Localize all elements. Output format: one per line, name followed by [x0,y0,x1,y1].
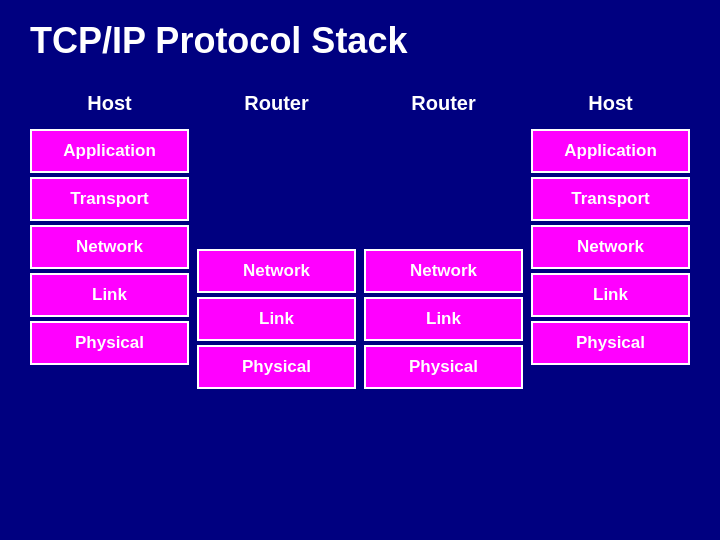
router-2-stack: Network Link Physical [364,129,523,389]
router-1-spacer [197,129,356,245]
column-router-2: Router Network Link Physical [364,92,523,389]
router-1-stack: Network Link Physical [197,129,356,389]
host-2-application: Application [531,129,690,173]
host-1-label: Host [87,92,131,115]
host-2-link: Link [531,273,690,317]
host-1-physical: Physical [30,321,189,365]
column-host-2: Host Application Transport Network Link … [531,92,690,365]
router-1-link: Link [197,297,356,341]
page-title: TCP/IP Protocol Stack [30,20,690,62]
page: TCP/IP Protocol Stack Host Application T… [0,0,720,540]
column-router-1: Router Network Link Physical [197,92,356,389]
column-host-1: Host Application Transport Network Link … [30,92,189,365]
router-2-label: Router [411,92,475,115]
host-2-network: Network [531,225,690,269]
router-1-label: Router [244,92,308,115]
host-1-transport: Transport [30,177,189,221]
host-1-application: Application [30,129,189,173]
host-1-link: Link [30,273,189,317]
router-1-physical: Physical [197,345,356,389]
host-2-label: Host [588,92,632,115]
router-2-network: Network [364,249,523,293]
host-2-stack: Application Transport Network Link Physi… [531,129,690,365]
host-1-stack: Application Transport Network Link Physi… [30,129,189,365]
host-2-transport: Transport [531,177,690,221]
router-2-link: Link [364,297,523,341]
host-1-network: Network [30,225,189,269]
router-1-network: Network [197,249,356,293]
router-2-physical: Physical [364,345,523,389]
diagram: Host Application Transport Network Link … [30,92,690,520]
host-2-physical: Physical [531,321,690,365]
router-2-spacer [364,129,523,245]
